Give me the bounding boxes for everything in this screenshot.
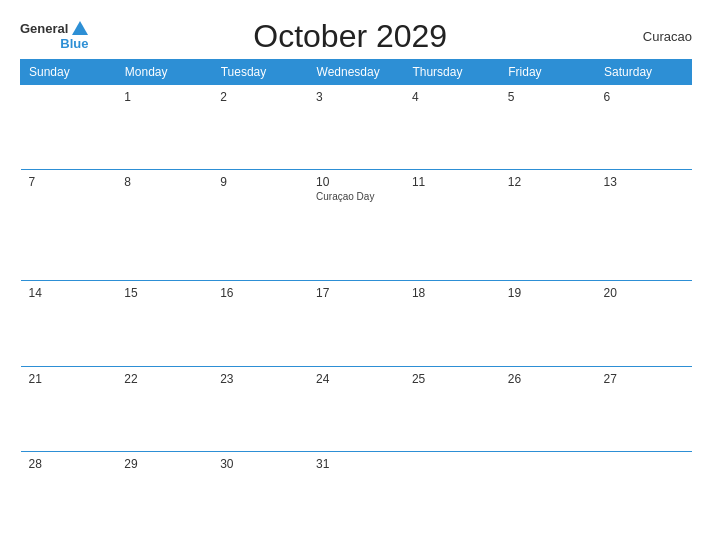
calendar-cell: 26 xyxy=(500,366,596,451)
calendar-cell: 8 xyxy=(116,170,212,281)
day-number: 15 xyxy=(124,286,204,300)
day-number: 7 xyxy=(29,175,109,189)
day-number: 26 xyxy=(508,372,588,386)
calendar-cell: 16 xyxy=(212,281,308,366)
day-number: 10 xyxy=(316,175,396,189)
event-label: Curaçao Day xyxy=(316,191,396,202)
calendar-cell: 2 xyxy=(212,85,308,170)
calendar-cell: 30 xyxy=(212,452,308,537)
calendar-cell: 23 xyxy=(212,366,308,451)
calendar-cell: 24 xyxy=(308,366,404,451)
calendar-table: SundayMondayTuesdayWednesdayThursdayFrid… xyxy=(20,59,692,536)
day-number: 27 xyxy=(604,372,684,386)
calendar-cell: 3 xyxy=(308,85,404,170)
calendar-cell: 11 xyxy=(404,170,500,281)
calendar-cell xyxy=(21,85,117,170)
logo-triangle-icon xyxy=(72,21,88,35)
day-number: 18 xyxy=(412,286,492,300)
calendar-cell: 4 xyxy=(404,85,500,170)
day-number: 2 xyxy=(220,90,300,104)
day-number: 29 xyxy=(124,457,204,471)
calendar-week-row: 21222324252627 xyxy=(21,366,692,451)
calendar-cell: 28 xyxy=(21,452,117,537)
calendar-cell: 27 xyxy=(596,366,692,451)
calendar-cell: 12 xyxy=(500,170,596,281)
day-number: 14 xyxy=(29,286,109,300)
calendar-cell: 13 xyxy=(596,170,692,281)
day-number: 25 xyxy=(412,372,492,386)
header-cell-wednesday: Wednesday xyxy=(308,60,404,85)
header-cell-thursday: Thursday xyxy=(404,60,500,85)
logo-general-text: General xyxy=(20,22,68,36)
day-number: 12 xyxy=(508,175,588,189)
calendar-cell: 29 xyxy=(116,452,212,537)
calendar-cell xyxy=(596,452,692,537)
calendar-cell: 20 xyxy=(596,281,692,366)
calendar-cell: 6 xyxy=(596,85,692,170)
day-number: 6 xyxy=(604,90,684,104)
country-label: Curacao xyxy=(612,29,692,44)
calendar-week-row: 14151617181920 xyxy=(21,281,692,366)
day-number: 20 xyxy=(604,286,684,300)
calendar-cell: 15 xyxy=(116,281,212,366)
day-number: 11 xyxy=(412,175,492,189)
day-number: 8 xyxy=(124,175,204,189)
calendar-cell: 22 xyxy=(116,366,212,451)
top-bar: General Blue October 2029 Curacao xyxy=(20,18,692,55)
header-cell-saturday: Saturday xyxy=(596,60,692,85)
day-number: 24 xyxy=(316,372,396,386)
logo-blue-text: Blue xyxy=(60,37,88,51)
day-number: 17 xyxy=(316,286,396,300)
calendar-cell: 14 xyxy=(21,281,117,366)
calendar-cell: 21 xyxy=(21,366,117,451)
calendar-cell xyxy=(404,452,500,537)
calendar-week-row: 28293031 xyxy=(21,452,692,537)
calendar-title: October 2029 xyxy=(88,18,612,55)
header-cell-friday: Friday xyxy=(500,60,596,85)
day-number: 19 xyxy=(508,286,588,300)
calendar-cell: 7 xyxy=(21,170,117,281)
calendar-cell: 9 xyxy=(212,170,308,281)
header-cell-monday: Monday xyxy=(116,60,212,85)
calendar-cell: 10Curaçao Day xyxy=(308,170,404,281)
calendar-cell: 1 xyxy=(116,85,212,170)
calendar-week-row: 123456 xyxy=(21,85,692,170)
day-number: 9 xyxy=(220,175,300,189)
day-number: 3 xyxy=(316,90,396,104)
day-number: 30 xyxy=(220,457,300,471)
calendar-header-row: SundayMondayTuesdayWednesdayThursdayFrid… xyxy=(21,60,692,85)
day-number: 22 xyxy=(124,372,204,386)
calendar-cell: 25 xyxy=(404,366,500,451)
calendar-cell: 18 xyxy=(404,281,500,366)
day-number: 13 xyxy=(604,175,684,189)
calendar-week-row: 78910Curaçao Day111213 xyxy=(21,170,692,281)
header-cell-sunday: Sunday xyxy=(21,60,117,85)
day-number: 16 xyxy=(220,286,300,300)
day-number: 5 xyxy=(508,90,588,104)
header-cell-tuesday: Tuesday xyxy=(212,60,308,85)
day-number: 28 xyxy=(29,457,109,471)
day-number: 23 xyxy=(220,372,300,386)
calendar-cell: 31 xyxy=(308,452,404,537)
logo: General Blue xyxy=(20,21,88,51)
calendar-cell: 17 xyxy=(308,281,404,366)
calendar-cell xyxy=(500,452,596,537)
day-number: 31 xyxy=(316,457,396,471)
calendar-cell: 19 xyxy=(500,281,596,366)
day-number: 4 xyxy=(412,90,492,104)
calendar-cell: 5 xyxy=(500,85,596,170)
day-number: 21 xyxy=(29,372,109,386)
day-number: 1 xyxy=(124,90,204,104)
